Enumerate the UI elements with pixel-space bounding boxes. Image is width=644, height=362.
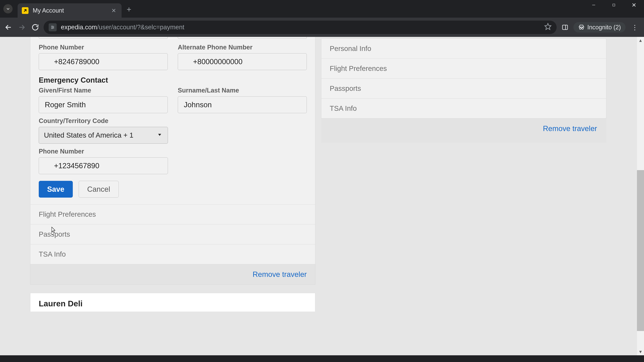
last-name-label: Surname/Last Name xyxy=(178,87,307,94)
phone-label: Phone Number xyxy=(39,44,168,51)
svg-point-15 xyxy=(580,27,581,29)
remove-traveler-link[interactable]: Remove traveler xyxy=(252,270,307,278)
right-section-passports[interactable]: Passports xyxy=(321,79,606,98)
right-section-tsa-info[interactable]: TSA Info xyxy=(321,98,606,118)
first-name-input[interactable] xyxy=(39,96,168,113)
right-remove-bar: Remove traveler xyxy=(321,118,606,143)
right-traveler-card: Personal Info Flight Preferences Passpor… xyxy=(321,38,606,118)
country-value: United States of America + 1 xyxy=(44,131,133,139)
browser-tab[interactable]: My Account ✕ xyxy=(18,3,122,17)
chevron-down-icon xyxy=(157,132,163,139)
traveler-form-card: Phone Number Alternate Phone Number Emer… xyxy=(30,37,315,285)
save-button[interactable]: Save xyxy=(39,181,73,198)
minimize-button[interactable] xyxy=(584,0,604,10)
right-column: Personal Info Flight Preferences Passpor… xyxy=(321,37,606,312)
address-bar[interactable]: expedia.com/user/account/?&selc=payment xyxy=(44,21,556,34)
svg-marker-18 xyxy=(158,134,161,136)
site-settings-icon[interactable] xyxy=(49,23,57,31)
browser-chrome: My Account ✕ + ✕ expedi xyxy=(0,0,644,37)
new-tab-button[interactable]: + xyxy=(126,5,131,14)
favicon-icon xyxy=(22,7,28,14)
reload-button[interactable] xyxy=(30,22,40,32)
tabs-dropdown-button[interactable] xyxy=(3,4,12,13)
svg-point-9 xyxy=(53,27,54,28)
right-section-flight-preferences[interactable]: Flight Preferences xyxy=(321,59,606,79)
vertical-scrollbar[interactable]: ▲ ▼ xyxy=(637,37,644,355)
incognito-badge[interactable]: Incognito (2) xyxy=(574,22,626,32)
svg-point-16 xyxy=(582,27,584,29)
tab-title: My Account xyxy=(33,7,106,14)
incognito-label: Incognito (2) xyxy=(587,24,621,31)
left-column: Phone Number Alternate Phone Number Emer… xyxy=(30,37,315,312)
toolbar: expedia.com/user/account/?&selc=payment … xyxy=(0,17,644,37)
content-area: Phone Number Alternate Phone Number Emer… xyxy=(0,37,637,312)
close-window-button[interactable]: ✕ xyxy=(624,0,644,10)
maximize-button[interactable] xyxy=(604,0,624,10)
section-tsa-info[interactable]: TSA Info xyxy=(30,244,315,264)
url-text: expedia.com/user/account/?&selc=payment xyxy=(61,24,540,31)
country-select[interactable]: United States of America + 1 xyxy=(39,127,168,144)
section-flight-preferences[interactable]: Flight Preferences xyxy=(30,204,315,224)
back-button[interactable] xyxy=(3,22,14,32)
bookmark-star-icon[interactable] xyxy=(544,23,552,32)
svg-rect-12 xyxy=(562,25,568,29)
tab-close-icon[interactable]: ✕ xyxy=(110,6,118,15)
section-passports[interactable]: Passports xyxy=(30,224,315,244)
remove-traveler-bar: Remove traveler xyxy=(30,264,315,284)
window-controls: ✕ xyxy=(584,0,644,10)
svg-line-0 xyxy=(24,9,26,11)
upper-field-2[interactable] xyxy=(178,37,307,39)
scroll-thumb[interactable] xyxy=(637,170,644,331)
tab-strip: My Account ✕ + ✕ xyxy=(0,0,644,17)
em-phone-label: Phone Number xyxy=(39,148,307,155)
url-path: /user/account/?&selc=payment xyxy=(97,24,184,31)
emergency-contact-heading: Emergency Contact xyxy=(39,76,307,84)
right-section-personal-info[interactable]: Personal Info xyxy=(321,39,606,59)
last-name-input[interactable] xyxy=(178,96,307,113)
next-traveler-heading[interactable]: Lauren Deli xyxy=(30,293,315,312)
em-phone-input[interactable] xyxy=(39,157,168,174)
country-label: Country/Territory Code xyxy=(39,117,307,124)
svg-marker-11 xyxy=(545,23,551,30)
side-panel-icon[interactable] xyxy=(560,22,570,32)
browser-menu-icon[interactable]: ⋮ xyxy=(629,23,641,31)
forward-button[interactable] xyxy=(17,22,27,32)
partial-row xyxy=(30,37,315,39)
alt-phone-input[interactable] xyxy=(178,53,307,70)
url-domain: expedia.com xyxy=(61,24,97,31)
scroll-up-button[interactable]: ▲ xyxy=(637,37,644,44)
alt-phone-label: Alternate Phone Number xyxy=(178,44,307,51)
first-name-label: Given/First Name xyxy=(39,87,168,94)
svg-point-10 xyxy=(52,28,52,29)
phone-input[interactable] xyxy=(39,53,168,70)
page-viewport: Phone Number Alternate Phone Number Emer… xyxy=(0,37,644,355)
upper-field-1[interactable] xyxy=(39,37,168,39)
cancel-button[interactable]: Cancel xyxy=(79,181,119,198)
right-remove-traveler-link[interactable]: Remove traveler xyxy=(543,124,597,133)
scroll-down-button[interactable]: ▼ xyxy=(637,348,644,355)
svg-rect-2 xyxy=(613,4,615,6)
svg-point-8 xyxy=(52,26,52,27)
